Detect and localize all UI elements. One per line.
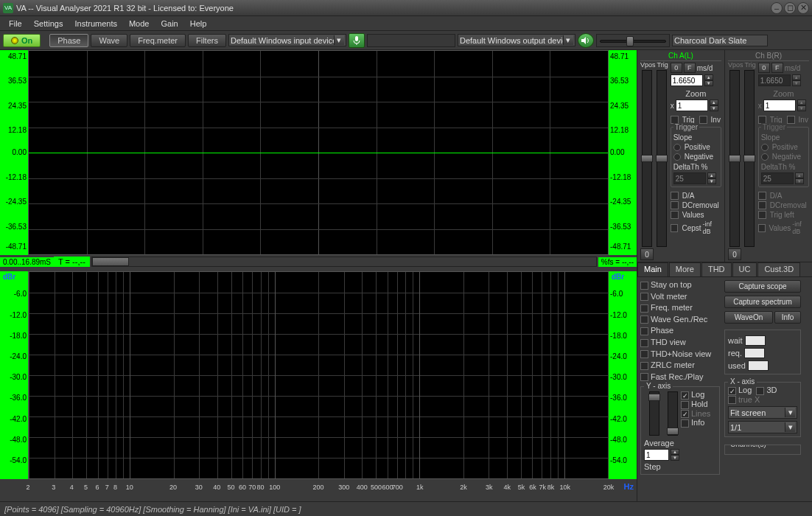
truex-checkbox[interactable] [728,396,736,404]
input-gain-ruler[interactable] [367,34,455,47]
tab-more[interactable]: More [669,262,701,276]
scope-canvas[interactable] [28,50,609,255]
theme-combo[interactable]: Charcoal Dark Slate [672,35,768,46]
neg-a-radio[interactable] [673,153,681,161]
spectrum-left-scale: dBr -6.0 -12.0 -18.0 -24.0 -30.0 -36.0 -… [0,271,28,479]
3d-checkbox[interactable] [756,387,764,395]
output-gain-ruler[interactable] [596,34,670,47]
x-tick-label: 6 [95,484,99,491]
x-tick-label: 2 [26,484,29,491]
capture-spectrum-button[interactable]: Capture spectrum [724,296,801,308]
x-tick-label: 40 [213,484,220,491]
trigger-a-group: Trigger Slope Positive Negative DeltaTh … [671,127,721,187]
wave-gen-checkbox[interactable] [640,315,648,324]
wait-field [745,335,766,346]
reset-a-button[interactable]: 0 [640,248,654,260]
tab-main[interactable]: Main [637,262,668,276]
channel-b-title: Ch B(R) [728,52,809,61]
x-tick-label: 5 [84,484,88,491]
x-tick-label: 80 [257,484,265,491]
stay-on-top-checkbox[interactable] [640,282,648,290]
menu-gain[interactable]: Gain [155,18,183,29]
phase-button[interactable]: Phase [49,34,88,47]
x-tick-label: 3 [52,484,55,491]
output-device-combo[interactable]: Default Windows output device▾ [458,34,575,46]
menu-settings[interactable]: Settings [28,18,69,29]
minimize-icon[interactable]: – [771,2,783,14]
x-tick-label: 3k [486,484,493,491]
x-tick-label: 300 [338,484,349,491]
x-tick-label: 20 [169,484,177,491]
menu-mode[interactable]: Mode [123,18,155,29]
thd-view-checkbox[interactable] [640,339,648,347]
channel-b-panel: Ch B(R) VposTrig 0 0Fms/d ▲▼ [725,50,812,262]
chevron-down-icon[interactable]: ▾ [563,35,573,45]
msd-a-input[interactable] [671,74,703,86]
x-tick-label: 400 [357,484,368,491]
menubar: File Settings Instruments Mode Gain Help [0,16,812,31]
input-device-combo[interactable]: Default Windows input device▾ [228,34,346,46]
freqmeter-button[interactable]: Freq.meter [130,34,186,47]
thd-noise-checkbox[interactable] [640,350,648,358]
da-a-checkbox[interactable] [671,192,679,200]
msd-down-icon[interactable]: ▼ [704,80,713,86]
hold-checkbox[interactable] [681,401,689,409]
x-tick-label: 500 [371,484,382,491]
delta-a-input[interactable] [673,172,706,184]
zrlc-checkbox[interactable] [640,362,648,370]
fast-rec-checkbox[interactable] [640,373,648,381]
volt-meter-checkbox[interactable] [640,293,648,301]
zero-a-button[interactable]: 0 [671,63,682,73]
menu-file[interactable]: File [3,18,28,29]
mic-icon[interactable] [349,33,365,48]
average-input[interactable] [644,449,669,461]
on-button[interactable]: On [3,34,41,47]
oscilloscope-panel: 48.71 36.53 24.35 12.18 0.00 -12.18 -24.… [0,50,637,268]
lines-checkbox[interactable] [681,410,689,418]
freq-meter-checkbox[interactable] [640,304,648,313]
maximize-icon[interactable]: ◻ [784,2,796,14]
chevron-down-icon[interactable]: ▾ [334,35,344,45]
ratio-combo[interactable]: 1/1▾ [728,421,797,433]
tab-thd[interactable]: THD [701,262,732,276]
capture-scope-button[interactable]: Capture scope [724,280,801,293]
channel-a-title: Ch A(L) [640,52,721,61]
slider-thumb[interactable] [626,36,634,46]
window-title: VA -- Visual Analyser 2021 R1 32 bit - L… [16,4,771,13]
waveon-button[interactable]: WaveOn [724,311,773,324]
x-tick-label: 700 [392,484,403,491]
tab-uc[interactable]: UC [732,262,757,276]
values-a-checkbox[interactable] [671,211,679,219]
x-tick-label: 6k [529,484,536,491]
log-y-checkbox[interactable] [681,391,689,400]
fitscreen-combo[interactable]: Fit screen▾ [728,406,797,419]
info-button[interactable]: Info [774,311,801,324]
tabs-row: Main More THD UC Cust.3D [637,262,812,277]
menu-help[interactable]: Help [184,18,213,29]
f-a-button[interactable]: F [684,63,696,73]
inv-a-checkbox[interactable] [699,116,707,124]
msd-up-icon[interactable]: ▲ [704,74,713,80]
cepst-a-checkbox[interactable] [671,224,679,232]
spectrum-canvas[interactable] [28,271,609,479]
dcr-a-checkbox[interactable] [671,201,679,209]
pos-a-radio[interactable] [673,144,681,151]
y-slider-2[interactable] [668,391,678,436]
used-field [748,360,769,371]
phase-checkbox[interactable] [640,327,648,335]
tab-cust3d[interactable]: Cust.3D [757,262,800,276]
scope-status: 0.00..16.89mS T = --,-- %fs = --,-- [0,255,637,268]
zoom-a-input[interactable] [676,100,708,111]
close-icon[interactable]: ✕ [797,2,809,14]
filters-button[interactable]: Filters [188,34,226,47]
menu-instruments[interactable]: Instruments [69,18,122,29]
y-slider-1[interactable] [649,391,659,436]
vpos-slider-a[interactable] [642,70,652,247]
wave-button[interactable]: Wave [91,34,127,47]
speaker-icon[interactable] [578,33,594,48]
trig-slider-a[interactable] [657,70,667,247]
scope-scrollbar[interactable] [91,257,597,267]
log-x-checkbox[interactable] [728,387,736,395]
info-y-checkbox[interactable] [681,419,689,428]
x-tick-label: 50 [227,484,234,491]
